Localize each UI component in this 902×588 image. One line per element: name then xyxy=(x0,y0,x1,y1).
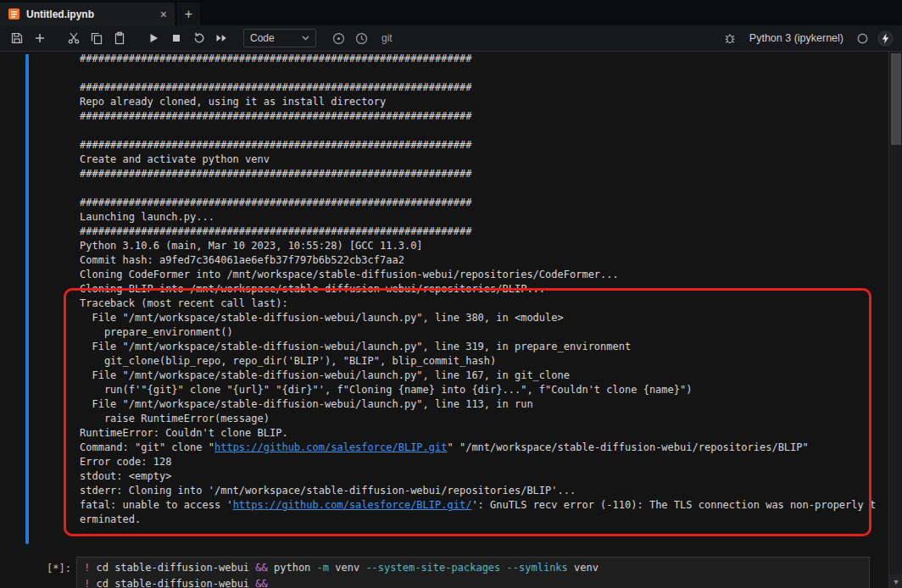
save-icon xyxy=(10,31,24,45)
console-line: Command: "git" clone "https://github.com… xyxy=(80,441,876,455)
console-line: raise RuntimeError(message) xyxy=(80,412,876,426)
text-segment: stdout: <empty> xyxy=(80,470,171,482)
text-segment: raise RuntimeError(message) xyxy=(80,413,270,424)
console-line: Commit hash: a9fed7c364061ae6efb37f797b6… xyxy=(80,253,876,268)
console-line: run(f'"{git}" clone "{url}" "{dir}"', f"… xyxy=(80,383,876,397)
console-line: Launching launch.py... xyxy=(80,210,876,225)
console-line: git_clone(blip_repo, repo_dir('BLIP'), "… xyxy=(80,354,876,369)
debugger-button[interactable] xyxy=(719,28,742,49)
cut-cells-button[interactable] xyxy=(62,28,85,49)
copy-cells-button[interactable] xyxy=(85,28,108,49)
text-segment: Traceback (most recent call last): xyxy=(80,297,288,309)
git-button[interactable]: git xyxy=(381,32,393,44)
cell-output-console: ########################################… xyxy=(80,52,876,527)
bug-icon xyxy=(723,31,737,45)
console-line: stdout: <empty> xyxy=(80,469,876,484)
console-line: Repo already cloned, using it as install… xyxy=(80,95,876,109)
jupyterlab-window: Untitled.ipynb × + xyxy=(0,0,902,588)
text-segment: cd stable-diffusion-webui xyxy=(90,578,255,588)
text-segment: ########################################… xyxy=(80,53,471,64)
restart-run-all-button[interactable] xyxy=(210,28,233,49)
console-line: ########################################… xyxy=(80,225,876,239)
text-segment xyxy=(268,578,274,588)
text-segment: run(f'"{git}" clone "{url}" "{dir}"', f"… xyxy=(80,384,692,396)
paste-icon xyxy=(113,31,126,45)
text-segment: venv xyxy=(568,562,599,574)
text-segment: File "/mnt/workspace/stable-diffusion-we… xyxy=(80,312,564,324)
globe-button[interactable] xyxy=(327,28,350,49)
run-all-icon xyxy=(214,31,229,45)
console-line: RuntimeError: Couldn't clone BLIP. xyxy=(80,426,876,441)
interrupt-kernel-button[interactable] xyxy=(164,28,187,49)
text-segment: Cloning BLIP into /mnt/workspace/stable-… xyxy=(80,283,545,295)
text-segment: --system-site-packages xyxy=(365,562,500,574)
text-segment: ########################################… xyxy=(80,225,471,237)
scroll-down-icon[interactable]: ▾ xyxy=(889,574,902,588)
bolt-icon xyxy=(877,31,894,47)
add-cell-icon xyxy=(34,32,46,44)
run-cell-button[interactable] xyxy=(142,28,164,49)
text-segment: prepare_environment() xyxy=(80,326,233,338)
chevron-down-icon xyxy=(302,36,309,41)
execution-count-prompt: [*]: xyxy=(8,563,71,574)
text-segment: Commit hash: a9fed7c364061ae6efb37f797b6… xyxy=(80,254,404,266)
kernel-status-button[interactable] xyxy=(851,28,874,49)
text-segment: Error code: 128 xyxy=(80,456,171,468)
text-segment: && xyxy=(255,578,267,588)
console-line: File "/mnt/workspace/stable-diffusion-we… xyxy=(80,311,876,325)
console-line: prepare_environment() xyxy=(80,325,876,340)
text-segment: ########################################… xyxy=(80,197,471,208)
text-segment: ########################################… xyxy=(80,168,471,180)
console-line: stderr: Cloning into '/mnt/workspace/sta… xyxy=(80,484,876,498)
kernel-name[interactable]: Python 3 (ipykernel) xyxy=(749,32,844,44)
bolt-button[interactable] xyxy=(874,28,897,49)
text-segment: python xyxy=(268,562,317,574)
text-segment: cd stable-diffusion-webui xyxy=(90,562,255,574)
text-segment: Cloning CodeFormer into /mnt/workspace/s… xyxy=(80,269,619,280)
notebook-toolbar: Code git Python 3 (ipykernel) xyxy=(0,25,902,52)
console-line: fatal: unable to access 'https://github.… xyxy=(80,498,876,513)
paste-cells-button[interactable] xyxy=(108,28,131,49)
console-line: ########################################… xyxy=(80,167,876,181)
cell-type-dropdown[interactable]: Code xyxy=(243,29,316,47)
text-segment: Command: "git" clone " xyxy=(80,441,214,453)
console-line: ########################################… xyxy=(80,52,876,66)
scrollbar-thumb[interactable] xyxy=(891,53,901,145)
console-line: Traceback (most recent call last): xyxy=(80,297,876,311)
text-segment xyxy=(500,562,506,574)
history-button[interactable] xyxy=(350,28,373,49)
console-line: Python 3.10.6 (main, Mar 10 2023, 10:55:… xyxy=(80,239,876,253)
new-tab-button[interactable]: + xyxy=(177,3,200,25)
text-segment: --symlinks xyxy=(507,562,568,574)
text-segment: " "/mnt/workspace/stable-diffusion-webui… xyxy=(448,441,809,453)
console-line: File "/mnt/workspace/stable-diffusion-we… xyxy=(80,340,876,354)
code-editor[interactable]: ! cd stable-diffusion-webui && python -m… xyxy=(76,557,870,588)
console-line: ########################################… xyxy=(80,138,876,153)
tab-untitled-ipynb[interactable]: Untitled.ipynb × xyxy=(0,3,175,25)
save-button[interactable] xyxy=(5,28,28,49)
console-line: Cloning BLIP into /mnt/workspace/stable-… xyxy=(80,282,876,297)
output-link[interactable]: https://github.com/salesforce/BLIP.git xyxy=(214,441,448,453)
add-cell-button[interactable] xyxy=(28,28,51,49)
scrollbar[interactable]: ▾ xyxy=(888,52,902,588)
notebook-icon xyxy=(8,8,20,20)
active-cell-indicator xyxy=(25,54,29,544)
console-line xyxy=(80,181,876,196)
console-line xyxy=(80,124,876,138)
text-segment: Repo already cloned, using it as install… xyxy=(80,96,386,108)
close-tab-icon[interactable]: × xyxy=(160,8,167,20)
cell-type-value: Code xyxy=(250,32,275,44)
notebook-content: ########################################… xyxy=(0,52,902,588)
console-line: File "/mnt/workspace/stable-diffusion-we… xyxy=(80,369,876,383)
restart-kernel-button[interactable] xyxy=(187,28,210,49)
history-icon xyxy=(354,31,369,46)
text-segment: && xyxy=(255,562,267,574)
console-line: File "/mnt/workspace/stable-diffusion-we… xyxy=(80,397,876,412)
copy-icon xyxy=(90,31,103,45)
text-segment: fatal: unable to access ' xyxy=(80,499,233,511)
code-line: ! cd stable-diffusion-webui && python -m… xyxy=(84,560,862,576)
restart-kernel-icon xyxy=(192,31,206,45)
kernel-status-icon xyxy=(856,32,869,45)
output-link[interactable]: https://github.com/salesforce/BLIP.git/ xyxy=(233,499,472,511)
text-segment: venv xyxy=(329,562,365,574)
